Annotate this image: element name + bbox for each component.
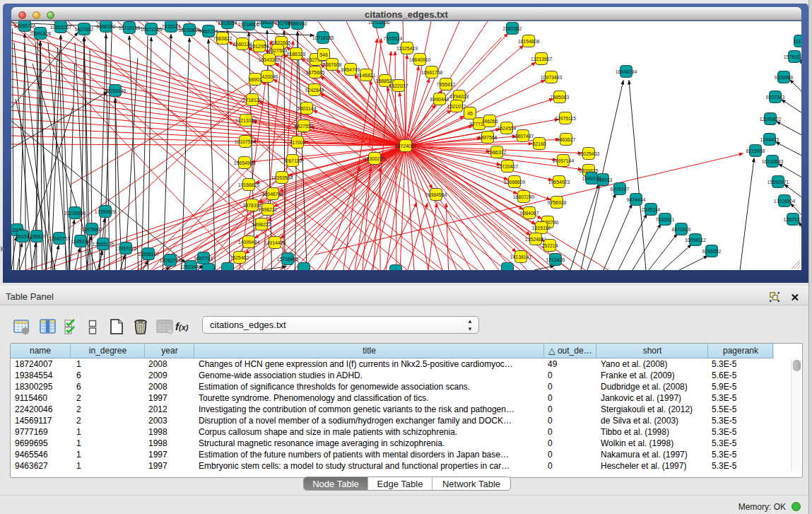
svg-text:12975115: 12975115 xyxy=(555,116,576,121)
svg-text:12942757: 12942757 xyxy=(49,236,71,241)
svg-text:8454749: 8454749 xyxy=(341,67,360,72)
svg-text:2087682: 2087682 xyxy=(503,26,522,31)
svg-text:10719155: 10719155 xyxy=(119,25,141,30)
svg-text:14055724: 14055724 xyxy=(14,23,36,28)
svg-text:1621072: 1621072 xyxy=(447,104,466,109)
svg-text:9329966: 9329966 xyxy=(775,75,794,80)
svg-text:9327503: 9327503 xyxy=(269,48,288,53)
svg-text:1498222: 1498222 xyxy=(252,222,271,227)
svg-text:16671355: 16671355 xyxy=(141,27,163,32)
svg-text:1145194: 1145194 xyxy=(71,239,90,244)
svg-text:1156829: 1156829 xyxy=(28,234,46,239)
svg-text:746266: 746266 xyxy=(482,119,498,124)
svg-text:62160: 62160 xyxy=(532,141,546,146)
svg-text:1615112: 1615112 xyxy=(532,226,551,230)
svg-text:16033809: 16033809 xyxy=(179,28,201,33)
svg-text:16154808: 16154808 xyxy=(518,39,540,44)
svg-text:1640193: 1640193 xyxy=(582,176,601,181)
svg-text:1244415: 1244415 xyxy=(760,137,779,142)
svg-text:1588520: 1588520 xyxy=(376,78,395,83)
svg-text:1498222: 1498222 xyxy=(259,207,278,212)
svg-text:20206556: 20206556 xyxy=(64,211,86,216)
svg-text:15751074: 15751074 xyxy=(784,54,801,59)
svg-text:1267533: 1267533 xyxy=(784,217,801,222)
svg-text:19654985: 19654985 xyxy=(234,160,256,165)
svg-text:12923448: 12923448 xyxy=(180,264,202,269)
svg-text:10719155: 10719155 xyxy=(312,35,334,40)
svg-text:9146821: 9146821 xyxy=(357,73,376,78)
svg-text:9084067: 9084067 xyxy=(520,211,539,216)
svg-text:16782759: 16782759 xyxy=(160,258,182,263)
svg-text:14099484: 14099484 xyxy=(238,240,260,245)
svg-text:12213967: 12213967 xyxy=(531,57,553,62)
svg-text:14138141: 14138141 xyxy=(510,255,532,259)
svg-text:19166825: 19166825 xyxy=(238,182,260,187)
svg-text:12353584: 12353584 xyxy=(271,175,293,180)
svg-text:16210643: 16210643 xyxy=(762,159,784,164)
svg-text:29053346: 29053346 xyxy=(105,88,126,93)
svg-text:10653267: 10653267 xyxy=(50,25,72,30)
svg-text:10025433: 10025433 xyxy=(578,151,600,156)
svg-text:16543382: 16543382 xyxy=(259,57,281,62)
svg-text:19654923: 19654923 xyxy=(548,180,570,185)
svg-text:6966160: 6966160 xyxy=(97,24,116,29)
svg-text:9245652: 9245652 xyxy=(702,249,722,254)
svg-text:8912954: 8912954 xyxy=(250,44,269,49)
svg-text:2367608: 2367608 xyxy=(323,62,342,67)
svg-text:11125: 11125 xyxy=(794,39,801,44)
svg-text:7632621: 7632621 xyxy=(656,217,675,222)
svg-text:98901: 98901 xyxy=(248,77,261,82)
svg-text:12093822: 12093822 xyxy=(760,117,782,122)
svg-text:9463627: 9463627 xyxy=(557,137,576,142)
svg-text:252214: 252214 xyxy=(542,243,558,248)
svg-text:546: 546 xyxy=(319,52,328,57)
svg-text:10688609: 10688609 xyxy=(504,180,526,185)
svg-text:16713556: 16713556 xyxy=(368,21,390,25)
svg-text:1527602: 1527602 xyxy=(75,27,94,32)
svg-text:8471626: 8471626 xyxy=(672,227,691,232)
svg-text:10046784: 10046784 xyxy=(262,192,284,197)
svg-text:10958107: 10958107 xyxy=(138,252,160,257)
svg-text:16640910: 16640910 xyxy=(409,57,431,62)
svg-text:3875685: 3875685 xyxy=(306,70,325,75)
svg-text:2803144: 2803144 xyxy=(298,106,317,111)
svg-text:15720407: 15720407 xyxy=(497,164,519,169)
svg-text:12213389: 12213389 xyxy=(235,118,257,123)
svg-text:17016504: 17016504 xyxy=(774,199,796,204)
svg-text:6497568: 6497568 xyxy=(478,135,498,140)
svg-text:8990448: 8990448 xyxy=(430,97,449,102)
svg-text:7357274: 7357274 xyxy=(199,29,218,34)
svg-text:10973493: 10973493 xyxy=(541,75,563,80)
svg-text:9474444: 9474444 xyxy=(627,197,646,202)
svg-text:13524861: 13524861 xyxy=(525,237,547,242)
svg-text:14957144: 14957144 xyxy=(553,158,575,163)
svg-text:7515524: 7515524 xyxy=(162,24,181,29)
svg-text:10807487: 10807487 xyxy=(512,134,534,139)
svg-text:11325419: 11325419 xyxy=(396,46,418,51)
svg-text:16961758: 16961758 xyxy=(421,70,443,75)
svg-text:16648784: 16648784 xyxy=(616,69,637,74)
svg-text:9756928: 9756928 xyxy=(548,200,567,205)
svg-text:917004: 917004 xyxy=(290,140,306,145)
svg-text:18300295: 18300295 xyxy=(364,156,386,161)
svg-text:15716485: 15716485 xyxy=(277,257,299,262)
svg-text:7515524: 7515524 xyxy=(384,36,403,41)
svg-text:10654112: 10654112 xyxy=(685,238,706,243)
svg-text:15692971: 15692971 xyxy=(767,180,789,185)
svg-text:17359928: 17359928 xyxy=(95,209,117,214)
svg-text:10107554: 10107554 xyxy=(235,139,257,144)
svg-text:2718120: 2718120 xyxy=(243,98,262,103)
svg-text:2935114: 2935114 xyxy=(642,207,660,212)
svg-text:8660124: 8660124 xyxy=(233,42,252,47)
svg-text:6479197: 6479197 xyxy=(611,187,630,192)
svg-text:7663822: 7663822 xyxy=(213,36,233,41)
svg-text:18724007: 18724007 xyxy=(395,144,417,148)
svg-text:8813054: 8813054 xyxy=(218,21,237,25)
svg-text:7986372: 7986372 xyxy=(488,150,507,155)
svg-text:13975867: 13975867 xyxy=(81,227,103,232)
svg-text:7485083: 7485083 xyxy=(551,95,570,100)
svg-text:6966160: 6966160 xyxy=(288,21,307,26)
svg-text:12505135: 12505135 xyxy=(93,242,114,247)
svg-text:9227343: 9227343 xyxy=(766,95,785,100)
svg-text:9242848: 9242848 xyxy=(305,88,324,93)
